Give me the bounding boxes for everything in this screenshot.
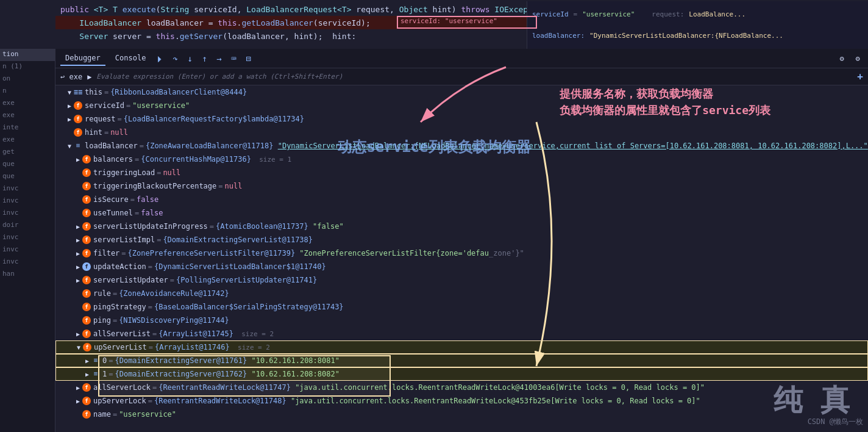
- run-to-cursor-icon[interactable]: →: [214, 54, 224, 63]
- icon-request: f: [74, 115, 82, 123]
- arrow-rule: [74, 289, 82, 298]
- var-serverListUpdater[interactable]: f serverListUpdater = {PollingServerList…: [55, 273, 868, 287]
- var-server-0[interactable]: ≡ 0 = {DomainExtractingServer@11761} "10…: [55, 354, 868, 367]
- var-isSecure[interactable]: f isSecure = false: [55, 193, 868, 206]
- icon-allServerList: f: [82, 329, 91, 338]
- arrow-serverListUpdate[interactable]: [74, 222, 82, 231]
- toolbar: Debugger Console ⏵ ↷ ↓ ↑ → ⌨ ⊟ ⚙ ⚙: [55, 49, 868, 68]
- sidebar-item-1[interactable]: n (1): [0, 61, 55, 73]
- sidebar-item-7[interactable]: exe: [0, 134, 55, 146]
- var-updateAction[interactable]: f updateAction = {DynamicServerListLoadB…: [55, 260, 868, 273]
- var-serverListUpdate[interactable]: f serverListUpdateInProgress = {AtomicBo…: [55, 220, 868, 233]
- sidebar-item-12[interactable]: invc: [0, 195, 55, 207]
- var-allServerList[interactable]: f allServerList = {ArrayList@11745} size…: [55, 327, 868, 340]
- sidebar-item-10[interactable]: que: [0, 171, 55, 183]
- icon-pingStrategy: f: [82, 303, 91, 311]
- sidebar-item-5[interactable]: exe: [0, 110, 55, 122]
- sidebar-item-4[interactable]: exe: [0, 98, 55, 110]
- arrow-balancers[interactable]: [74, 155, 82, 164]
- arrow-request[interactable]: [65, 115, 74, 123]
- arrow-isSecure: [74, 195, 82, 204]
- tooltip-lb-value: "DynamicServerListLoadBalancer:{NFLoadBa…: [589, 32, 783, 40]
- sidebar-item-6[interactable]: inte: [0, 122, 55, 134]
- back-button[interactable]: ↩ exe: [60, 73, 82, 81]
- icon-rule: f: [82, 289, 91, 298]
- arrow-triggeringBlackout: [74, 182, 82, 190]
- arrow-name: [74, 410, 82, 419]
- arrow-upServerList[interactable]: [74, 343, 83, 351]
- icon-hint: f: [74, 128, 82, 137]
- var-name[interactable]: f name = "userservice": [55, 408, 868, 421]
- arrow-triggeringLoad: [74, 168, 82, 177]
- arrow-allServerList[interactable]: [74, 329, 82, 338]
- sidebar-item-2[interactable]: on: [0, 73, 55, 85]
- sidebar-item-8[interactable]: get: [0, 146, 55, 159]
- arrow-server-0[interactable]: [83, 356, 91, 365]
- arrow-server-1[interactable]: [83, 370, 91, 378]
- var-filter[interactable]: f filter = {ZonePreferenceServerListFilt…: [55, 247, 868, 260]
- var-ping[interactable]: f ping = {NIWSDiscoveryPing@11744}: [55, 314, 868, 327]
- left-sidebar: tion n (1) on n exe exe inte exe get que…: [0, 49, 55, 432]
- arrow-allServerLock[interactable]: [74, 383, 82, 392]
- sidebar-item-11[interactable]: invc: [0, 183, 55, 195]
- var-pingStrategy[interactable]: f pingStrategy = {BaseLoadBalancer$Seria…: [55, 300, 868, 314]
- var-upServerList[interactable]: f upServerList = {ArrayList@11746} size …: [55, 340, 868, 354]
- icon-this: [74, 88, 82, 96]
- sidebar-item-3[interactable]: n: [0, 85, 55, 98]
- add-watch-button[interactable]: +: [857, 71, 863, 82]
- arrow-serverListImpl[interactable]: [74, 236, 82, 244]
- icon-upServerList: f: [83, 343, 91, 351]
- arrow-loadBalancer[interactable]: [65, 142, 74, 150]
- sidebar-item-17[interactable]: invc: [0, 256, 55, 268]
- step-over-icon[interactable]: ↷: [170, 54, 180, 63]
- var-server-1[interactable]: ≡ 1 = {DomainExtractingServer@11762} "10…: [55, 367, 868, 381]
- arrow-pingStrategy: [74, 303, 82, 311]
- arrow-filter[interactable]: [74, 249, 82, 257]
- var-upServerLock[interactable]: f upServerLock = {ReentrantReadWriteLock…: [55, 394, 868, 408]
- expression-bar: ↩ exe ▶ Evaluate expression (Enter) or a…: [55, 68, 868, 85]
- var-serverListImpl[interactable]: f serverListImpl = {DomainExtractingServ…: [55, 233, 868, 247]
- icon-serviceId: f: [74, 101, 82, 110]
- icon-serverListImpl: f: [82, 236, 91, 244]
- sidebar-item-16[interactable]: invc: [0, 244, 55, 256]
- sidebar-item-15[interactable]: invc: [0, 232, 55, 244]
- tab-debugger[interactable]: Debugger: [60, 51, 105, 66]
- sidebar-item-14[interactable]: doir: [0, 220, 55, 232]
- icon-isSecure: f: [82, 195, 91, 204]
- icon-updateAction: f: [82, 262, 91, 271]
- arrow-this[interactable]: [65, 88, 74, 96]
- var-useTunnel[interactable]: f useTunnel = false: [55, 206, 868, 220]
- arrow-serviceId[interactable]: [65, 101, 74, 110]
- sidebar-item-13[interactable]: invc: [0, 207, 55, 220]
- gear-icon[interactable]: ⚙: [836, 53, 847, 64]
- icon-filter: f: [82, 249, 91, 257]
- tab-console[interactable]: Console: [110, 51, 151, 66]
- sidebar-item-0[interactable]: tion: [0, 49, 55, 61]
- center-cn-text: 动态service列表负载均衡器: [337, 137, 530, 157]
- var-triggeringBlackout[interactable]: f triggeringBlackoutPercentage = null: [55, 179, 868, 193]
- icon-balancers: f: [82, 155, 91, 164]
- icon-loadBalancer: ≡: [74, 142, 82, 150]
- arrow-upServerLock[interactable]: [74, 397, 82, 405]
- var-triggeringLoad[interactable]: f triggeringLoad = null: [55, 166, 868, 179]
- arrow-serverListUpdater[interactable]: [74, 276, 82, 284]
- expand-button[interactable]: ▶: [87, 73, 91, 81]
- icon-useTunnel: f: [82, 209, 91, 217]
- step-into-icon[interactable]: ↓: [185, 54, 194, 63]
- settings-icon[interactable]: ⚙: [852, 53, 863, 64]
- breakpoints-icon[interactable]: ⊟: [243, 54, 253, 63]
- var-allServerLock[interactable]: f allServerLock = {ReentrantReadWriteLoc…: [55, 381, 868, 394]
- step-out-icon[interactable]: ↑: [199, 54, 209, 63]
- resume-icon[interactable]: ⏵: [155, 54, 165, 63]
- arrow-updateAction[interactable]: [74, 262, 82, 271]
- icon-ping: f: [82, 316, 91, 325]
- icon-upServerLock: f: [82, 397, 91, 405]
- arrow-useTunnel: [74, 209, 82, 217]
- evaluate-icon[interactable]: ⌨: [229, 54, 238, 63]
- sidebar-item-18[interactable]: han: [0, 268, 55, 281]
- sidebar-item-9[interactable]: que: [0, 159, 55, 171]
- var-rule[interactable]: f rule = {ZoneAvoidanceRule@11742}: [55, 287, 868, 300]
- icon-server-1: ≡: [91, 370, 100, 378]
- csdn-watermark: CSDN @懒鸟一枚: [808, 417, 863, 427]
- expression-input[interactable]: Evaluate expression (Enter) or add a wat…: [96, 73, 852, 81]
